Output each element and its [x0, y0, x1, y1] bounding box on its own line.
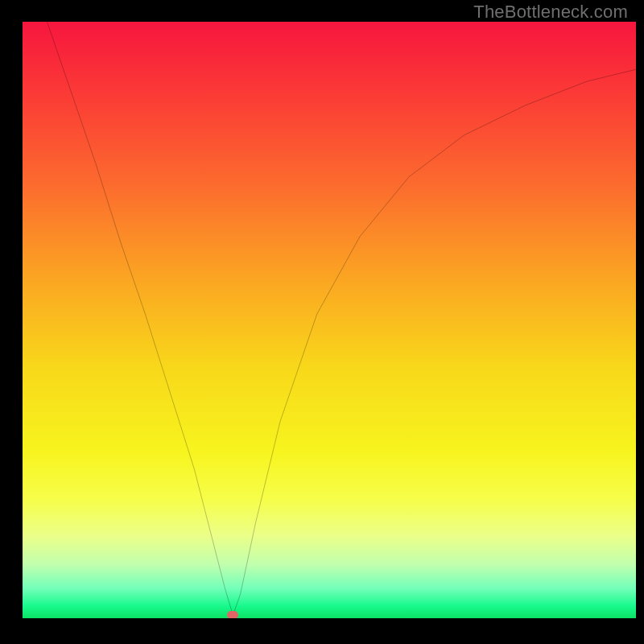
minimum-marker	[227, 611, 238, 618]
chart-container: TheBottleneck.com	[0, 0, 644, 644]
curve-svg	[23, 22, 636, 618]
bottleneck-curve	[47, 22, 636, 615]
watermark-text: TheBottleneck.com	[473, 2, 628, 23]
plot-area	[23, 22, 636, 618]
